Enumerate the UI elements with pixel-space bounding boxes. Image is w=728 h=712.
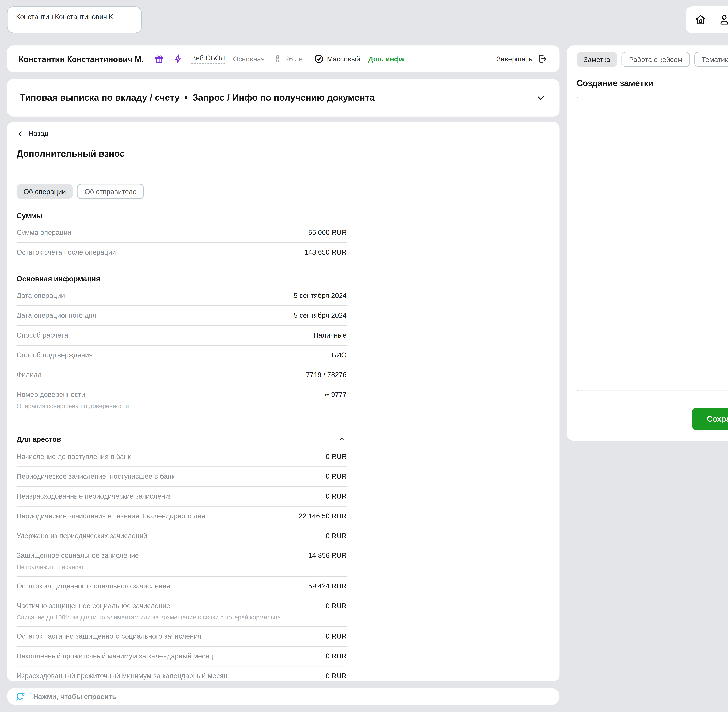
collapse-section-button[interactable] bbox=[337, 434, 347, 444]
gift-icon bbox=[153, 53, 165, 64]
row-value: 0 RUR bbox=[326, 531, 347, 541]
row-value: 0 RUR bbox=[326, 601, 347, 611]
row-label: Способ подтверждения bbox=[16, 350, 93, 360]
operation-separator: • bbox=[184, 93, 188, 103]
row-label: Периодические зачисления в течение 1 кал… bbox=[16, 511, 205, 521]
section-title-arrests: Для арестов bbox=[16, 434, 347, 444]
row-value: 0 RUR bbox=[326, 651, 347, 661]
row-label: Накопленный прожиточный минимум за кален… bbox=[16, 651, 213, 661]
back-label: Назад bbox=[28, 129, 48, 138]
topbar-actions: Обработка кей… bbox=[686, 6, 728, 33]
row-label: Дата операции bbox=[16, 291, 65, 301]
table-row: Удержано из периодических зачислений 0 R… bbox=[16, 526, 347, 546]
note-char-counter: 0 / 5000 bbox=[577, 394, 728, 400]
check-circle-icon bbox=[314, 53, 324, 64]
row-value: БИО bbox=[332, 350, 347, 360]
row-label: Остаток защищенного социального зачислен… bbox=[16, 581, 170, 591]
section-title-label: Для арестов bbox=[16, 435, 61, 443]
save-button[interactable]: Сохранить bbox=[692, 408, 728, 430]
person-icon bbox=[718, 13, 728, 26]
row-label: Остаток частично защищенного социального… bbox=[16, 632, 202, 641]
note-tabs: Заметка Работа с кейсом Тематика Звонок bbox=[577, 52, 728, 67]
assistant-ask-bar bbox=[7, 688, 559, 705]
channel-badge[interactable]: Веб СБОЛ bbox=[191, 54, 225, 64]
tab-topic[interactable]: Тематика bbox=[694, 52, 728, 67]
table-row: Накопленный прожиточный минимум за кален… bbox=[16, 646, 347, 666]
home-icon bbox=[694, 13, 707, 26]
profile-button[interactable] bbox=[718, 13, 728, 26]
table-row: Начисление до поступления в банк 0 RUR bbox=[16, 447, 347, 466]
age-badge: 26 лет bbox=[273, 54, 305, 64]
app-root: Константин Константинович К. bbox=[0, 0, 728, 712]
tab-operation[interactable]: Об операции bbox=[16, 184, 73, 199]
row-label: Филиал bbox=[16, 370, 42, 380]
note-textarea[interactable] bbox=[577, 97, 728, 391]
row-value: 0 RUR bbox=[326, 472, 347, 481]
table-row: Остаток защищенного социального зачислен… bbox=[16, 576, 347, 596]
section-title-main-info: Основная информация bbox=[16, 275, 347, 283]
table-row: Защищенное социальное зачисление 14 856 … bbox=[16, 546, 347, 576]
table-row: Частично защищенное социальное зачислени… bbox=[16, 596, 347, 626]
extra-info-link[interactable]: Доп. инфа bbox=[368, 55, 404, 63]
row-value: 14 856 RUR bbox=[308, 551, 347, 561]
home-button[interactable] bbox=[694, 13, 707, 26]
table-row: Неизрасходованные периодические зачислен… bbox=[16, 486, 347, 506]
segment-label: Массовый bbox=[327, 55, 360, 63]
table-row: Периодические зачисления в течение 1 кал… bbox=[16, 506, 347, 526]
tab-case-work[interactable]: Работа с кейсом bbox=[621, 52, 690, 67]
row-value: 59 424 RUR bbox=[308, 581, 347, 591]
table-row: Способ подтверждения БИО bbox=[16, 345, 347, 365]
note-title: Создание заметки bbox=[577, 79, 728, 88]
segment-badge: Массовый bbox=[314, 53, 360, 64]
row-value: 0 RUR bbox=[326, 671, 347, 681]
tab-sender[interactable]: Об отправителе bbox=[77, 184, 144, 199]
logout-icon bbox=[537, 53, 548, 64]
client-name: Константин Константинович М. bbox=[19, 54, 144, 63]
row-label: Неизрасходованные периодические зачислен… bbox=[16, 491, 173, 501]
table-row: Филиал 7719 / 78276 bbox=[16, 365, 347, 384]
finish-button[interactable]: Завершить bbox=[497, 53, 548, 64]
row-sublabel: Списание до 100% за долги по алиментам и… bbox=[16, 613, 347, 622]
table-row: Остаток частично защищенного социального… bbox=[16, 626, 347, 646]
client-header-card: Константин Константинович М. Веб СБОЛ Ос… bbox=[7, 45, 559, 72]
back-link[interactable]: Назад bbox=[7, 122, 559, 138]
row-value: 55 000 RUR bbox=[308, 228, 347, 237]
row-value: 0 RUR bbox=[326, 491, 347, 501]
row-sublabel: Не подлежит списанию bbox=[16, 563, 347, 571]
client-search-chip[interactable]: Константин Константинович К. bbox=[7, 6, 142, 33]
operation-bar[interactable]: Типовая выписка по вкладу / счету • Запр… bbox=[7, 79, 559, 117]
note-panel: Заметка Работа с кейсом Тематика Звонок … bbox=[567, 45, 728, 441]
divider bbox=[7, 172, 559, 172]
table-row: Дата операции 5 сентября 2024 bbox=[16, 286, 347, 306]
profile-badge: Основная bbox=[233, 55, 265, 63]
table-row: Периодическое зачисление, поступившее в … bbox=[16, 466, 347, 486]
row-label: Удержано из периодических зачислений bbox=[16, 531, 147, 541]
row-label: Остаток счёта после операции bbox=[16, 248, 116, 257]
topbar-icon-group bbox=[686, 6, 728, 33]
row-value: •• 9777 bbox=[324, 390, 347, 399]
row-label: Частично защищенное социальное зачислени… bbox=[16, 601, 170, 611]
operation-title: Типовая выписка по вкладу / счету bbox=[20, 93, 179, 103]
row-value: 0 RUR bbox=[326, 632, 347, 641]
row-label: Способ расчёта bbox=[16, 331, 68, 340]
assistant-input[interactable] bbox=[32, 692, 552, 701]
row-value: 7719 / 78276 bbox=[306, 370, 347, 380]
detail-tabs: Об операции Об отправителе bbox=[16, 184, 550, 199]
row-value: 0 RUR bbox=[326, 452, 347, 461]
row-label: Периодическое зачисление, поступившее в … bbox=[16, 472, 175, 481]
row-label: Защищенное социальное зачисление bbox=[16, 551, 139, 561]
age-label: 26 лет bbox=[285, 55, 305, 63]
age-person-icon bbox=[273, 54, 282, 64]
row-value: 143 650 RUR bbox=[304, 248, 347, 257]
chevron-left-icon bbox=[16, 130, 24, 137]
row-value: 5 сентября 2024 bbox=[294, 311, 347, 320]
tab-note[interactable]: Заметка bbox=[577, 52, 617, 67]
row-label: Дата операционного дня bbox=[16, 311, 96, 320]
sparkle-search-icon bbox=[15, 690, 26, 702]
row-label: Израсходованный прожиточный минимум за к… bbox=[16, 671, 228, 681]
detail-rows: Суммы Сумма операции 55 000 RUR Остаток … bbox=[16, 212, 347, 686]
row-value: 5 сентября 2024 bbox=[294, 291, 347, 301]
row-sublabel: Операция совершена по доверенности bbox=[16, 402, 347, 410]
row-label: Номер доверенности bbox=[16, 390, 85, 399]
operation-detail-card: Назад Дополнительный взнос Об операции О… bbox=[7, 122, 559, 681]
